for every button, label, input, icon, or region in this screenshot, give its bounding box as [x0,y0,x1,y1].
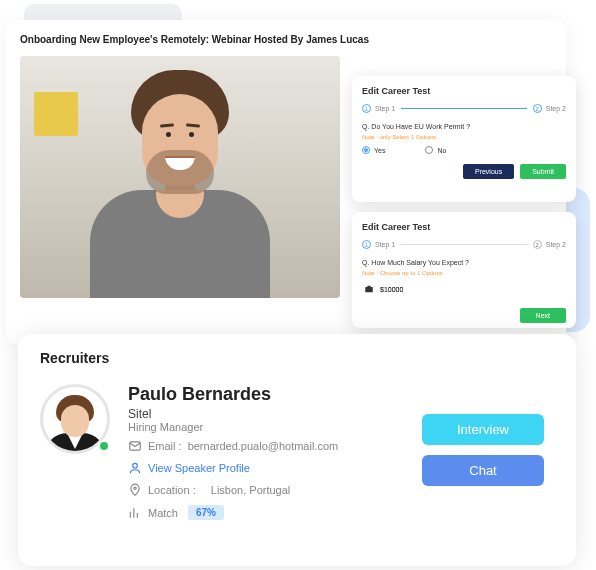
location-line: Location : Lisbon, Portugal [128,483,404,497]
radio-dot-icon [362,146,370,154]
step-connector [401,108,527,109]
action-buttons: Interview Chat [422,384,554,486]
email-icon [128,439,142,453]
step-2-label: Step 2 [546,105,566,112]
recruiter-name: Paulo Bernardes [128,384,404,405]
radio-group: Yes No [362,146,566,154]
svg-point-4 [134,487,136,489]
chart-icon [128,506,142,520]
match-badge: 67% [188,505,224,520]
recruiters-card: Recruiters Paulo Bernardes Sitel Hiring … [18,334,576,566]
career-test-card-2: Edit Career Test 1Step 1 2Step 2 Q. How … [352,212,576,328]
view-profile-link[interactable]: View Speaker Profile [128,461,404,475]
recruiter-company: Sitel [128,407,404,421]
svg-rect-1 [367,286,370,287]
match-label: Match [148,507,178,519]
stepper: 1Step 1 2Step 2 [362,240,566,249]
radio-yes-label: Yes [374,147,385,154]
user-icon [128,461,142,475]
profile-info: Paulo Bernardes Sitel Hiring Manager Ema… [128,384,404,528]
stepper: 1Step 1 2Step 2 [362,104,566,113]
question-text: Q. How Much Salary You Expect ? [362,259,566,266]
card-title: Edit Career Test [362,86,566,96]
email-label: Email : [148,440,182,452]
step-connector [401,244,527,245]
salary-value: $10000 [380,286,403,293]
note-text: Note : only Select 1 Options [362,134,566,140]
next-button[interactable]: Next [520,308,566,323]
step-1-label: Step 1 [375,241,395,248]
radio-no[interactable]: No [425,146,446,154]
svg-rect-0 [365,287,373,292]
webinar-title: Onboarding New Employee's Remotely: Webi… [20,34,369,45]
location-icon [128,483,142,497]
submit-button[interactable]: Submit [520,164,566,179]
radio-yes[interactable]: Yes [362,146,385,154]
previous-button[interactable]: Previous [463,164,514,179]
note-text: Note : Choose up to 1 Options [362,270,566,276]
status-online-icon [98,440,110,452]
avatar-wrap [40,384,110,454]
match-line: Match 67% [128,505,404,520]
question-text: Q. Do You Have EU Work Permit ? [362,123,566,130]
location-label: Location : [148,484,196,496]
recruiters-heading: Recruiters [40,350,554,366]
background-prop [34,92,78,136]
webinar-video[interactable] [20,56,340,298]
step-2[interactable]: 2Step 2 [533,104,566,113]
recruiter-role: Hiring Manager [128,421,404,433]
email-line: Email :bernarded.pualo@hotmail.com [128,439,404,453]
recruiter-profile: Paulo Bernardes Sitel Hiring Manager Ema… [40,384,554,528]
view-profile-label: View Speaker Profile [148,462,250,474]
card-title: Edit Career Test [362,222,566,232]
step-2[interactable]: 2Step 2 [533,240,566,249]
career-test-card-1: Edit Career Test 1Step 1 2Step 2 Q. Do Y… [352,76,576,202]
interview-button[interactable]: Interview [422,414,544,445]
location-value: Lisbon, Portugal [211,484,291,496]
step-1-label: Step 1 [375,105,395,112]
webinar-panel: Onboarding New Employee's Remotely: Webi… [6,20,566,345]
email-value: bernarded.pualo@hotmail.com [188,440,339,452]
step-1[interactable]: 1Step 1 [362,240,395,249]
salary-input-row[interactable]: $10000 [362,282,566,296]
svg-point-3 [133,463,138,468]
briefcase-icon [362,282,376,296]
radio-no-label: No [437,147,446,154]
radio-dot-icon [425,146,433,154]
chat-button[interactable]: Chat [422,455,544,486]
speaker-avatar [90,70,270,298]
step-2-label: Step 2 [546,241,566,248]
step-1[interactable]: 1Step 1 [362,104,395,113]
